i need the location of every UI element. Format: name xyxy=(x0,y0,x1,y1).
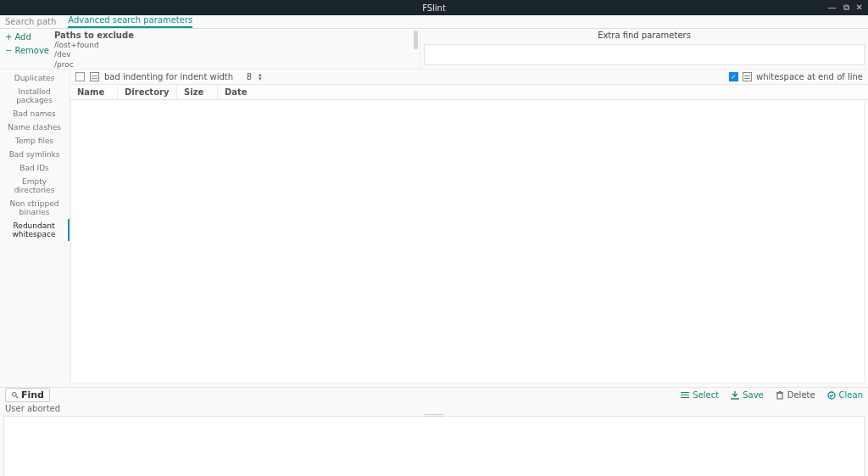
svg-rect-5 xyxy=(777,393,782,399)
window-controls: — ⧉ ✕ xyxy=(828,0,863,15)
list-icon xyxy=(681,391,689,400)
col-directory[interactable]: Directory xyxy=(118,85,177,99)
maximize-icon[interactable]: ⧉ xyxy=(843,3,849,12)
select-label: Select xyxy=(693,390,719,400)
tab-advanced-search[interactable]: Advanced search parameters xyxy=(68,15,192,28)
sidebar-item-duplicates[interactable]: Duplicates xyxy=(0,71,70,85)
col-name[interactable]: Name xyxy=(70,85,118,99)
sidebar-item-bad-ids[interactable]: Bad IDs xyxy=(0,161,70,175)
save-label: Save xyxy=(743,390,764,400)
remove-button[interactable]: − Remove xyxy=(5,46,44,55)
save-button[interactable]: Save xyxy=(731,390,764,400)
svg-point-0 xyxy=(12,392,16,396)
svg-rect-3 xyxy=(681,395,689,395)
results-table-header: Name Directory Size Date xyxy=(70,85,868,100)
paths-list[interactable]: /lost+found /dev /proc xyxy=(54,41,415,70)
select-button[interactable]: Select xyxy=(681,390,719,400)
results-table-body[interactable] xyxy=(70,100,865,384)
main-row: Duplicates Installed packages Bad names … xyxy=(0,70,868,387)
minus-icon: − xyxy=(5,46,12,55)
trash-icon xyxy=(776,391,784,400)
indent-spinner[interactable]: ▴▾ xyxy=(259,73,262,81)
titlebar: FSlint — ⧉ ✕ xyxy=(0,0,868,15)
status-text: User aborted xyxy=(5,404,60,413)
sidebar-item-redundant-whitespace[interactable]: Redundant whitespace xyxy=(0,219,70,241)
window-title: FSlint xyxy=(422,3,446,13)
remove-label: Remove xyxy=(14,46,49,55)
find-button[interactable]: Find xyxy=(5,388,50,402)
svg-line-1 xyxy=(16,396,19,399)
save-icon xyxy=(731,391,739,400)
indent-width-input[interactable] xyxy=(238,72,252,81)
paths-heading: Paths to exclude xyxy=(54,31,415,40)
options-row: bad indenting for indent width ▴▾ whites… xyxy=(70,70,868,85)
tab-search-path[interactable]: Search path xyxy=(5,17,56,28)
col-size[interactable]: Size xyxy=(177,85,218,99)
path-item[interactable]: /lost+found xyxy=(54,41,415,50)
scrollbar-thumb[interactable] xyxy=(414,31,418,49)
extra-find-input[interactable] xyxy=(424,44,865,65)
sidebar-item-name-clashes[interactable]: Name clashes xyxy=(0,120,70,134)
search-icon xyxy=(11,391,19,399)
delete-label: Delete xyxy=(787,390,815,400)
svg-rect-2 xyxy=(681,392,689,393)
minimize-icon[interactable]: — xyxy=(828,3,837,12)
sidebar-item-bad-names[interactable]: Bad names xyxy=(0,107,70,120)
options-right: whitespace at end of line xyxy=(729,72,863,81)
eol-label: whitespace at end of line xyxy=(756,72,863,81)
add-label: Add xyxy=(14,32,31,42)
sidebar-item-bad-symlinks[interactable]: Bad symlinks xyxy=(0,148,70,161)
log-area[interactable] xyxy=(3,416,865,476)
content-area: bad indenting for indent width ▴▾ whites… xyxy=(70,70,868,387)
eol-whitespace-checkbox[interactable] xyxy=(729,72,738,81)
add-remove-column: + Add − Remove xyxy=(0,29,49,69)
sidebar-item-temp-files[interactable]: Temp files xyxy=(0,134,70,148)
svg-rect-4 xyxy=(681,397,689,398)
path-item[interactable]: /proc xyxy=(54,60,415,70)
col-date[interactable]: Date xyxy=(218,85,262,99)
svg-point-8 xyxy=(828,392,835,399)
broom-icon xyxy=(827,391,836,400)
clean-button[interactable]: Clean xyxy=(827,390,863,400)
params-row: + Add − Remove Paths to exclude /lost+fo… xyxy=(0,29,868,70)
extra-find-panel: Extra find parameters xyxy=(420,29,868,69)
bottom-toolbar: Find Select Save Delete Clean xyxy=(0,387,868,402)
status-bar: User aborted xyxy=(0,402,868,414)
eol-icon xyxy=(743,72,752,81)
top-tabs: Search path Advanced search parameters xyxy=(0,15,868,29)
add-button[interactable]: + Add xyxy=(5,32,44,42)
resize-handle-icon[interactable] xyxy=(425,414,443,417)
indent-label: bad indenting for indent width xyxy=(104,72,233,81)
close-icon[interactable]: ✕ xyxy=(856,3,863,12)
delete-button[interactable]: Delete xyxy=(776,390,815,400)
extra-find-heading: Extra find parameters xyxy=(420,29,868,42)
path-item[interactable]: /dev xyxy=(54,50,415,59)
find-label: Find xyxy=(21,389,44,400)
clean-label: Clean xyxy=(839,390,863,400)
sidebar-item-empty-directories[interactable]: Empty directories xyxy=(0,175,70,197)
indent-checkbox[interactable] xyxy=(75,72,85,81)
sidebar-item-installed-packages[interactable]: Installed packages xyxy=(0,85,70,107)
sidebar-item-non-stripped-binaries[interactable]: Non stripped binaries xyxy=(0,197,70,219)
paths-to-exclude-panel: Paths to exclude /lost+found /dev /proc xyxy=(49,29,420,69)
plus-icon: + xyxy=(5,32,12,42)
indent-icon xyxy=(90,72,99,81)
category-sidebar: Duplicates Installed packages Bad names … xyxy=(0,70,70,387)
